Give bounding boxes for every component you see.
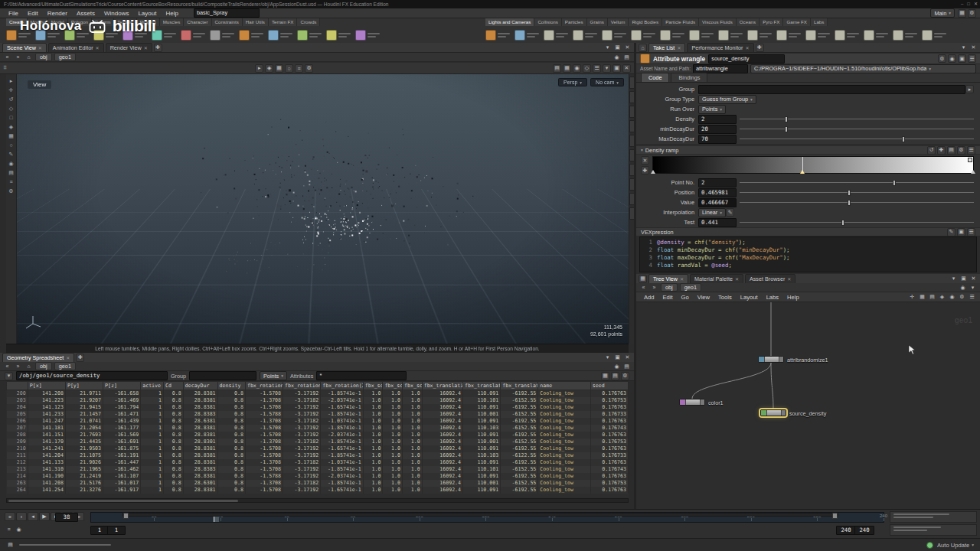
column-header-decaydur[interactable]: decayDur [183,382,217,390]
tab-render-view[interactable]: Render View✕ [106,43,152,53]
column-header-active[interactable]: active [141,382,164,390]
ramp-gradient-bar[interactable] [652,156,974,174]
shelf-tool[interactable] [660,30,687,41]
ramp-point-marker[interactable] [971,170,975,174]
viewport-tool-icon[interactable]: ▤ [8,170,14,176]
path-chip-geo1[interactable]: geo1 [54,362,76,370]
node-attribrandomize1[interactable] [758,356,784,363]
slider-handle[interactable] [902,136,905,142]
shelf-tool[interactable] [718,30,745,41]
tab-scene-view[interactable]: Scene View✕ [2,43,47,53]
node-color1[interactable] [679,399,705,406]
path-chip-obj[interactable]: obj [661,283,678,292]
menu-layout[interactable]: Layout [133,10,161,17]
close-icon[interactable]: ✕ [680,276,684,282]
column-header-fbx-translation-2-[interactable]: fbx_translation(2) [501,382,538,390]
jump-start-button[interactable]: « [5,512,15,521]
tab-geometry-spreadsheet[interactable]: Geometry Spreadsheet✕ [2,353,74,363]
history-icon[interactable]: ▤ [622,53,631,61]
ramp-reset-icon[interactable]: ↺ [927,146,936,155]
column-header-fbx-translation-1-[interactable]: fbx_translation(1) [463,382,501,390]
new-tab-button[interactable]: ✚ [154,44,162,52]
slider-handle[interactable] [841,220,844,226]
pin-icon[interactable]: ◉ [959,283,967,292]
spreadsheet-attributes-field[interactable]: * [316,371,407,380]
back-icon[interactable]: « [3,362,11,370]
reverse-play-button[interactable]: ◂ [28,512,38,521]
param-field-max_decay[interactable]: 70 [698,135,737,144]
param-menu-icon[interactable]: ☰ [968,54,976,63]
playbar-keys-panel[interactable] [890,524,977,536]
node-input-flag[interactable] [680,399,686,405]
home-icon[interactable]: ⌂ [24,53,33,61]
message-log-icon[interactable]: ▤ [6,541,15,549]
ramp-end-handle[interactable] [968,158,972,162]
viewport-tool-icon[interactable]: ✛ [9,87,14,93]
home-icon[interactable]: ⌂ [24,362,33,370]
node-display-flag[interactable] [779,357,783,362]
network-menu-view[interactable]: View [694,294,714,301]
param-slider-max_decay[interactable] [740,135,974,143]
column-header-seed[interactable]: seed [590,382,628,390]
shelf-tool[interactable] [864,30,890,41]
pane-split-icon[interactable]: ▣ [959,275,968,283]
network-menu-go[interactable]: Go [678,294,693,301]
column-header-p-z-[interactable]: P[z] [103,382,141,390]
viewport-tool-icon[interactable]: ◇ [9,106,13,112]
session-field[interactable]: basic_Spray [194,8,260,18]
collapse-arrow-icon[interactable]: ▾ [641,148,643,152]
viewport-tool-icon[interactable]: ≡ [9,179,12,185]
pane-split-icon[interactable]: ▣ [613,354,622,362]
tab-code[interactable]: Code [641,73,669,82]
ramp-options-icon[interactable]: ⚙ [957,146,965,155]
pane-menu-icon[interactable]: ▾ [603,44,612,52]
shelf-tab-crowds[interactable]: Crowds [297,18,320,26]
viewport-tool-icon[interactable]: ⚙ [8,188,13,194]
menu-windows[interactable]: Windows [100,10,133,17]
select-mode-icon[interactable]: ▸ [255,64,263,73]
param-field-group[interactable] [698,85,965,94]
viewport-tool-icon[interactable]: ↺ [9,96,14,103]
param-dropdown-interp[interactable]: Linear▾ [698,208,726,217]
pane-close-icon[interactable]: ✕ [969,275,978,283]
new-tab-button[interactable]: ✚ [76,354,84,362]
column-header-density[interactable]: density [217,382,245,390]
path-chip-obj[interactable]: obj [35,362,52,370]
network-flags-icon[interactable]: ◉ [948,293,956,302]
shelf-tab-muscles[interactable]: Muscles [160,18,185,26]
group-arrow-icon[interactable]: ▸ [965,85,974,93]
range-end2-field[interactable]: 240 [854,526,874,535]
menu-file[interactable]: File [4,10,23,17]
visibility-icon[interactable]: ≡ [295,64,303,73]
close-icon[interactable]: ✕ [974,0,978,8]
column-header-fbx-translation-0-[interactable]: fbx_translation(0) [422,382,462,390]
shelf-tab-particles[interactable]: Particles [562,18,587,26]
layout-icon[interactable]: ▦ [958,9,966,18]
shelf-tab-rigid-bodies[interactable]: Rigid Bodies [629,18,662,26]
node-source-density[interactable] [760,409,786,416]
tab-take-list[interactable]: Take List✕ [648,43,685,53]
shelf-tool[interactable] [355,30,382,41]
tab-asset-browser[interactable]: Asset Browser✕ [745,274,795,284]
network-menu-labs[interactable]: Labs [763,294,782,301]
shelf-tool[interactable] [747,30,774,41]
history-icon[interactable]: ▤ [622,362,631,370]
node-display-flag[interactable] [700,399,704,405]
range-start-field[interactable]: 1 [90,526,109,535]
param-field-value[interactable]: 0.466667 [698,198,737,207]
column-header-p-y-[interactable]: P[y] [65,382,103,390]
network-menu-edit[interactable]: Edit [659,294,677,301]
shelf-tool[interactable] [485,30,512,41]
tab-material-palette[interactable]: Material Palette✕ [690,274,743,284]
shelf-tab-particle-fluids[interactable]: Particle Fluids [662,18,699,26]
param-slider-min_decay[interactable] [740,126,974,133]
shelf-tab-viscous-fluids[interactable]: Viscous Fluids [699,18,737,26]
shelf-tool[interactable] [210,30,237,41]
viewport-tool-icon[interactable]: ○ [9,142,12,148]
slider-handle[interactable] [848,200,851,206]
realtime-toggle-icon[interactable]: ◉ [15,525,23,533]
ramp-delete-point-button[interactable]: ✕ [641,156,649,165]
node-input-flag[interactable] [761,410,767,416]
param-dropdown-group_type[interactable]: Guess from Group▾ [698,95,756,104]
edit-code-icon[interactable]: ✎ [947,228,956,236]
